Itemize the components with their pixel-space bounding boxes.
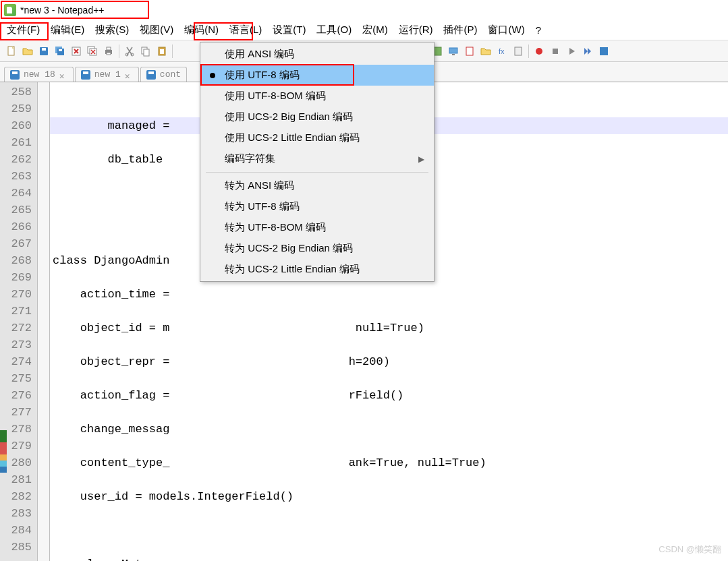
menu-use-ansi[interactable]: 使用 ANSI 编码 (200, 44, 434, 65)
menu-plugins[interactable]: 插件(P) (438, 21, 482, 39)
line-number: 276 (0, 387, 32, 404)
menu-window[interactable]: 窗口(W) (482, 21, 530, 39)
cut-icon[interactable] (122, 44, 137, 59)
menubar: 文件(F) 编辑(E) 搜索(S) 视图(V) 编码(N) 语言(L) 设置(T… (0, 20, 728, 40)
fastforward-icon[interactable] (580, 44, 595, 59)
menu-view[interactable]: 视图(V) (134, 21, 179, 39)
svg-rect-17 (160, 49, 164, 54)
menu-label: 转为 UTF-8 编码 (225, 200, 300, 213)
save-all-icon[interactable] (53, 44, 67, 59)
fold-gutter (38, 82, 50, 561)
menu-language[interactable]: 语言(L) (224, 21, 267, 39)
line-number: 268 (0, 252, 32, 269)
menu-encoding[interactable]: 编码(N) (179, 21, 224, 39)
menu-help[interactable]: ? (530, 22, 547, 38)
paste-icon[interactable] (155, 44, 169, 59)
line-number: 273 (0, 336, 32, 353)
separator-icon (206, 172, 428, 173)
close-icon[interactable] (69, 44, 84, 59)
tab-label: new 1 (94, 69, 121, 80)
tab-label: new 18 (24, 69, 55, 80)
open-file-icon[interactable] (20, 44, 35, 59)
line-number: 270 (0, 286, 32, 303)
folder-icon[interactable] (478, 44, 493, 59)
line-number: 275 (0, 370, 32, 387)
line-number: 266 (0, 218, 32, 235)
menu-label: 转为 UTF-8-BOM 编码 (225, 221, 326, 234)
new-file-icon[interactable] (4, 44, 19, 59)
menu-tools[interactable]: 工具(O) (311, 21, 357, 39)
code-line: user_id = models.IntegerField() (53, 488, 728, 505)
doc-icon[interactable] (462, 44, 477, 59)
line-number: 274 (0, 353, 32, 370)
record-icon[interactable] (532, 44, 547, 59)
copy-icon[interactable] (138, 44, 153, 59)
code-line: object_id = m null=True) (53, 320, 728, 336)
menu-search[interactable]: 搜索(S) (90, 21, 134, 39)
menu-label: 使用 UCS-2 Little Endian 编码 (225, 131, 360, 144)
menu-use-utf8[interactable]: 使用 UTF-8 编码 (200, 65, 434, 86)
line-number: 265 (0, 202, 32, 218)
print-icon[interactable] (101, 44, 116, 59)
svg-rect-11 (107, 53, 111, 55)
svg-point-25 (536, 48, 542, 55)
line-number: 283 (0, 505, 32, 522)
line-number: 259 (0, 100, 32, 117)
line-number: 263 (0, 168, 32, 185)
tab-new1[interactable]: new 1✕ (75, 67, 139, 82)
tab-cont[interactable]: cont (140, 67, 187, 82)
menu-use-ucs2be[interactable]: 使用 UCS-2 Big Endian 编码 (200, 107, 434, 127)
line-number: 272 (0, 320, 32, 336)
line-number: 261 (0, 134, 32, 151)
titlebar: *new 3 - Notepad++ (0, 0, 728, 20)
line-number: 269 (0, 269, 32, 286)
menu-to-ucs2be[interactable]: 转为 UCS-2 Big Endian 编码 (200, 238, 434, 259)
monitor-icon[interactable] (446, 44, 461, 59)
line-number: 282 (0, 488, 32, 505)
menu-edit[interactable]: 编辑(E) (45, 21, 90, 39)
disk-icon (10, 70, 20, 80)
close-all-icon[interactable] (85, 44, 100, 59)
menu-to-ansi[interactable]: 转为 ANSI 编码 (200, 175, 434, 196)
line-number: 284 (0, 522, 32, 539)
line-number: 260 (0, 117, 32, 134)
code-line (53, 522, 728, 539)
svg-rect-22 (466, 47, 473, 55)
save-macro-icon[interactable] (596, 44, 611, 59)
menu-use-utf8bom[interactable]: 使用 UTF-8-BOM 编码 (200, 86, 434, 107)
menu-to-ucs2le[interactable]: 转为 UCS-2 Little Endian 编码 (200, 259, 434, 280)
play-icon[interactable] (564, 44, 579, 59)
line-number: 271 (0, 303, 32, 320)
menu-run[interactable]: 运行(R) (393, 21, 439, 39)
code-line: class Meta: (53, 556, 728, 561)
map-icon[interactable] (511, 44, 526, 59)
menu-charset[interactable]: 编码字符集▶ (200, 148, 434, 169)
menu-label: 转为 ANSI 编码 (225, 179, 294, 192)
line-number: 264 (0, 185, 32, 202)
bullet-icon (210, 73, 215, 78)
separator-icon (119, 45, 119, 58)
close-tab-icon[interactable]: ✕ (59, 71, 67, 79)
menu-to-utf8[interactable]: 转为 UTF-8 编码 (200, 196, 434, 217)
stop-icon[interactable] (548, 44, 563, 59)
menu-file[interactable]: 文件(F) (1, 21, 45, 39)
line-number: 262 (0, 151, 32, 168)
menu-to-utf8bom[interactable]: 转为 UTF-8-BOM 编码 (200, 217, 434, 238)
svg-rect-27 (600, 47, 608, 55)
menu-label: 编码字符集 (225, 152, 275, 165)
menu-settings[interactable]: 设置(T) (267, 21, 311, 39)
menu-label: 转为 UCS-2 Big Endian 编码 (225, 242, 353, 255)
line-number: 258 (0, 84, 32, 100)
tab-new18[interactable]: new 18✕ (4, 67, 74, 82)
svg-rect-20 (449, 48, 457, 53)
close-tab-icon[interactable]: ✕ (125, 71, 133, 79)
chevron-right-icon: ▶ (418, 154, 424, 164)
svg-rect-5 (59, 49, 62, 51)
function-icon[interactable]: fx (495, 44, 509, 59)
svg-rect-15 (144, 49, 149, 56)
menu-label: 转为 UCS-2 Little Endian 编码 (225, 263, 360, 276)
menu-use-ucs2le[interactable]: 使用 UCS-2 Little Endian 编码 (200, 127, 434, 148)
menu-macro[interactable]: 宏(M) (357, 21, 393, 39)
save-icon[interactable] (36, 44, 51, 59)
tab-label: cont (160, 69, 181, 80)
